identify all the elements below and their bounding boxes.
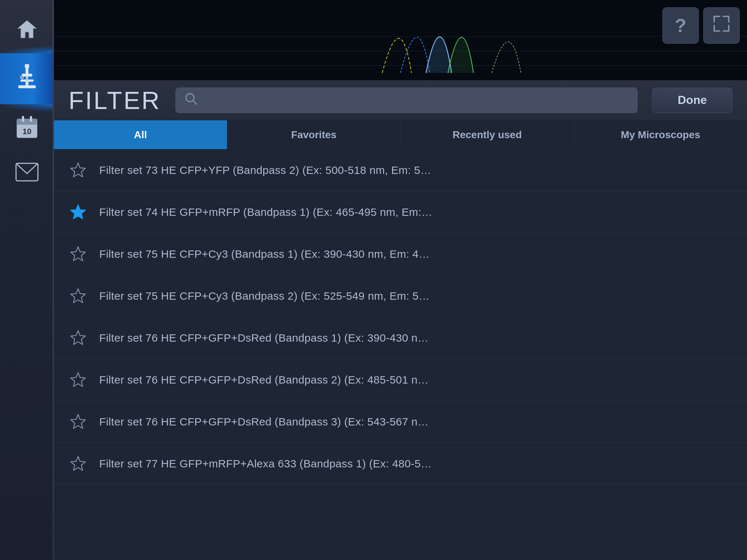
- svg-rect-2: [22, 74, 32, 77]
- star-icon[interactable]: [69, 454, 88, 473]
- svg-marker-23: [71, 205, 85, 219]
- filter-item-text: Filter set 76 HE CFP+GFP+DsRed (Bandpass…: [99, 374, 429, 386]
- svg-line-21: [193, 101, 197, 104]
- filter-list-item[interactable]: Filter set 77 HE GFP+mRFP+Alexa 633 (Ban…: [54, 443, 747, 485]
- help-button[interactable]: ?: [662, 7, 699, 44]
- star-icon[interactable]: [69, 287, 88, 306]
- svg-marker-25: [71, 289, 85, 303]
- viz-buttons: ?: [662, 7, 740, 44]
- svg-rect-11: [17, 122, 37, 125]
- svg-marker-28: [71, 415, 85, 428]
- filter-item-text: Filter set 76 HE CFP+GFP+DsRed (Bandpass…: [99, 332, 429, 344]
- done-label: Done: [678, 93, 707, 107]
- svg-rect-4: [26, 77, 28, 81]
- star-icon[interactable]: [69, 370, 88, 389]
- search-icon: [185, 92, 198, 108]
- filter-item-text: Filter set 75 HE CFP+Cy3 (Bandpass 2) (E…: [99, 290, 430, 302]
- svg-marker-22: [71, 163, 85, 177]
- filter-item-text: Filter set 76 HE CFP+GFP+DsRed (Bandpass…: [99, 416, 429, 428]
- tab-my-microscopes-label: My Microscopes: [621, 129, 700, 141]
- tab-recently-used-label: Recently used: [453, 129, 522, 141]
- expand-button[interactable]: [703, 7, 740, 44]
- tab-all-label: All: [134, 129, 147, 141]
- svg-marker-29: [71, 456, 85, 470]
- svg-rect-16: [54, 0, 747, 80]
- tab-my-microscopes[interactable]: My Microscopes: [574, 120, 747, 149]
- filter-list-item[interactable]: Filter set 76 HE CFP+GFP+DsRed (Bandpass…: [54, 359, 747, 401]
- filter-list-item[interactable]: Filter set 75 HE CFP+Cy3 (Bandpass 2) (E…: [54, 275, 747, 317]
- expand-icon: [712, 15, 731, 36]
- filter-title: FILTER: [69, 86, 161, 114]
- home-icon: [16, 18, 38, 43]
- question-icon: ?: [675, 15, 686, 36]
- svg-rect-13: [30, 116, 32, 122]
- sidebar: 10: [0, 0, 54, 560]
- svg-rect-6: [26, 82, 28, 86]
- filter-list-item[interactable]: Filter set 76 HE CFP+GFP+DsRed (Bandpass…: [54, 317, 747, 359]
- filter-header: FILTER Done: [54, 80, 747, 120]
- star-icon[interactable]: [69, 245, 88, 264]
- search-input[interactable]: [175, 88, 638, 113]
- viz-area: ?: [54, 0, 747, 80]
- star-icon[interactable]: [69, 203, 88, 222]
- sidebar-item-mail[interactable]: [0, 152, 54, 195]
- tab-all[interactable]: All: [54, 120, 227, 149]
- svg-marker-24: [71, 247, 85, 261]
- tab-recently-used[interactable]: Recently used: [401, 120, 574, 149]
- star-icon[interactable]: [69, 328, 88, 347]
- filter-tabs: All Favorites Recently used My Microscop…: [54, 120, 747, 149]
- main-content: ? FILTER: [54, 0, 747, 560]
- svg-marker-26: [71, 331, 85, 345]
- filter-item-text: Filter set 77 HE GFP+mRFP+Alexa 633 (Ban…: [99, 458, 432, 470]
- mail-icon: [15, 163, 39, 184]
- filter-list: Filter set 73 HE CFP+YFP (Bandpass 2) (E…: [54, 149, 747, 560]
- filter-list-item[interactable]: Filter set 76 HE CFP+GFP+DsRed (Bandpass…: [54, 401, 747, 443]
- svg-marker-27: [71, 373, 85, 386]
- filter-panel: FILTER Done All Favorites: [54, 80, 747, 560]
- filter-list-item[interactable]: Filter set 75 HE CFP+Cy3 (Bandpass 1) (E…: [54, 233, 747, 275]
- tab-favorites-label: Favorites: [291, 129, 337, 141]
- microscope-icon: [15, 63, 39, 94]
- filter-item-text: Filter set 75 HE CFP+Cy3 (Bandpass 1) (E…: [99, 248, 430, 260]
- sidebar-item-microscope[interactable]: [0, 53, 54, 104]
- sidebar-item-calendar[interactable]: 10: [0, 104, 54, 152]
- svg-rect-12: [22, 116, 24, 122]
- filter-list-item[interactable]: Filter set 74 HE GFP+mRFP (Bandpass 1) (…: [54, 191, 747, 233]
- star-icon[interactable]: [69, 161, 88, 180]
- filter-item-text: Filter set 74 HE GFP+mRFP (Bandpass 1) (…: [99, 206, 433, 218]
- svg-text:10: 10: [23, 127, 31, 136]
- filter-list-item[interactable]: Filter set 73 HE CFP+YFP (Bandpass 2) (E…: [54, 149, 747, 191]
- calendar-icon: 10: [15, 114, 39, 142]
- svg-rect-1: [26, 67, 28, 74]
- filter-item-text: Filter set 73 HE CFP+YFP (Bandpass 2) (E…: [99, 164, 431, 176]
- svg-point-8: [21, 76, 23, 78]
- tab-favorites[interactable]: Favorites: [227, 120, 400, 149]
- spectrum-chart: [54, 0, 747, 80]
- done-button[interactable]: Done: [652, 88, 732, 113]
- star-icon[interactable]: [69, 412, 88, 431]
